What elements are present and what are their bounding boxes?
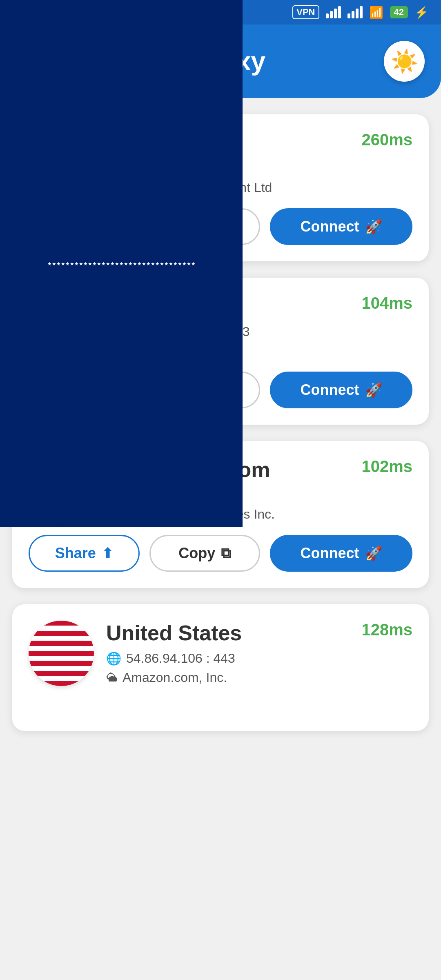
charging-icon: ⚡ bbox=[414, 6, 429, 19]
card-actions-uk: Share ⬆ Copy ⧉ Connect 🚀 bbox=[29, 535, 412, 572]
latency-ireland: 104ms bbox=[361, 294, 412, 312]
status-right: VPN 📶 42 ⚡ bbox=[292, 5, 429, 19]
theme-toggle-button[interactable]: ☀️ bbox=[384, 41, 425, 82]
latency-us: 128ms bbox=[361, 621, 412, 639]
server-icon: 🌥 bbox=[106, 671, 118, 684]
copy-icon: ⧉ bbox=[221, 545, 231, 561]
card-info-us: ★★★★★★ ★★★★★ ★★★★★★ ★★★★★ ★★★★★★ ★★★★★ U… bbox=[29, 621, 353, 686]
copy-button-uk[interactable]: Copy ⧉ bbox=[149, 535, 261, 572]
copy-label-uk: Copy bbox=[178, 545, 215, 562]
connect-button-ireland[interactable]: Connect 🚀 bbox=[270, 372, 412, 408]
wifi-icon: 📶 bbox=[369, 6, 383, 19]
connect-label-ireland: Connect bbox=[301, 381, 359, 399]
rocket-icon: 🚀 bbox=[365, 545, 382, 561]
latency-russia: 260ms bbox=[361, 131, 412, 149]
connect-label-uk: Connect bbox=[301, 545, 359, 562]
connect-button-uk[interactable]: Connect 🚀 bbox=[270, 535, 412, 572]
share-button-uk[interactable]: Share ⬆ bbox=[29, 535, 140, 572]
proxy-card-us: ★★★★★★ ★★★★★ ★★★★★★ ★★★★★ ★★★★★★ ★★★★★ U… bbox=[12, 604, 429, 731]
country-name-us: United States bbox=[106, 621, 353, 645]
server-provider-us: 🌥 Amazon.com, Inc. bbox=[106, 670, 353, 685]
proxy-list: Russia 🌐 185.105.90.16 : 443 🌥 Network M… bbox=[0, 98, 441, 747]
signal-bars-2 bbox=[347, 6, 363, 18]
connect-label-russia: Connect bbox=[301, 218, 359, 235]
share-icon: ⬆ bbox=[102, 545, 113, 561]
rocket-icon: 🚀 bbox=[365, 382, 382, 398]
server-ip-us: 🌐 54.86.94.106 : 443 bbox=[106, 651, 353, 666]
flag-us-stripes: ★★★★★★ ★★★★★ ★★★★★★ ★★★★★ ★★★★★★ ★★★★★ bbox=[29, 621, 94, 686]
latency-uk: 102ms bbox=[361, 457, 412, 476]
share-label-uk: Share bbox=[55, 545, 96, 562]
flag-us: ★★★★★★ ★★★★★ ★★★★★★ ★★★★★ ★★★★★★ ★★★★★ bbox=[29, 621, 94, 686]
battery-display: 42 bbox=[390, 6, 408, 18]
vpn-badge: VPN bbox=[292, 5, 319, 19]
signal-bars-1 bbox=[326, 6, 341, 18]
connect-button-russia[interactable]: Connect 🚀 bbox=[270, 208, 412, 245]
card-details-us: United States 🌐 54.86.94.106 : 443 🌥 Ama… bbox=[106, 621, 353, 685]
rocket-icon: 🚀 bbox=[365, 218, 382, 235]
globe-icon: 🌐 bbox=[106, 651, 121, 666]
card-header-us: ★★★★★★ ★★★★★ ★★★★★★ ★★★★★ ★★★★★★ ★★★★★ U… bbox=[29, 621, 412, 686]
